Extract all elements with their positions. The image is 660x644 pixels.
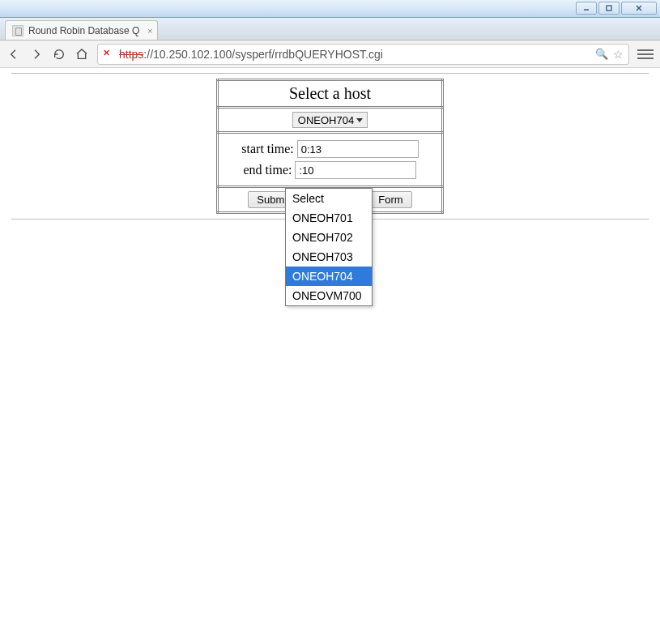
window-minimize-button[interactable]	[576, 2, 597, 15]
host-select-value: ONEOH704	[298, 114, 354, 126]
zoom-icon[interactable]: 🔍	[595, 48, 608, 60]
address-bar[interactable]: https://10.250.102.100/sysperf/rrdbQUERY…	[97, 44, 629, 65]
window-maximize-button[interactable]	[598, 2, 620, 15]
page-content: Select a host ONEOH704 start time: end t…	[0, 68, 660, 644]
url-protocol: https	[119, 48, 143, 61]
host-select[interactable]: ONEOH704	[292, 112, 368, 128]
end-time-input[interactable]	[295, 161, 416, 179]
form-title: Select a host	[218, 80, 442, 108]
back-button[interactable]	[6, 47, 21, 62]
chevron-down-icon	[354, 118, 365, 122]
browser-toolbar: https://10.250.102.100/sysperf/rrdbQUERY…	[0, 41, 660, 68]
divider	[11, 73, 649, 74]
dropdown-option[interactable]: ONEOH704	[286, 267, 372, 286]
start-time-input[interactable]	[297, 140, 419, 158]
host-select-dropdown[interactable]: SelectONEOH701ONEOH702ONEOH703ONEOH704ON…	[285, 188, 373, 306]
window-close-button[interactable]	[621, 2, 657, 15]
reload-button[interactable]	[52, 47, 66, 62]
start-time-label: start time:	[241, 142, 293, 156]
window-titlebar	[0, 0, 660, 18]
close-icon[interactable]: ×	[147, 26, 152, 36]
insecure-https-icon	[103, 49, 114, 60]
dropdown-option[interactable]: ONEOH703	[286, 247, 372, 267]
home-button[interactable]	[75, 47, 89, 62]
dropdown-option[interactable]: ONEOH701	[286, 208, 372, 228]
bookmark-star-icon[interactable]: ☆	[613, 48, 624, 61]
forward-button[interactable]	[29, 47, 44, 62]
dropdown-option[interactable]: ONEOH702	[286, 228, 372, 247]
menu-button[interactable]	[637, 49, 654, 59]
reset-button[interactable]: Form	[369, 191, 411, 208]
svg-rect-1	[607, 6, 611, 11]
file-icon	[12, 25, 23, 36]
dropdown-option[interactable]: Select	[286, 189, 372, 208]
tab-title: Round Robin Database Q	[28, 25, 139, 36]
url-rest: ://10.250.102.100/sysperf/rrdbQUERYHOST.…	[143, 48, 382, 61]
browser-tab[interactable]: Round Robin Database Q ×	[5, 20, 158, 40]
dropdown-option[interactable]: ONEOVM700	[286, 286, 372, 305]
end-time-label: end time:	[244, 163, 292, 177]
browser-tabstrip: Round Robin Database Q ×	[0, 18, 660, 41]
